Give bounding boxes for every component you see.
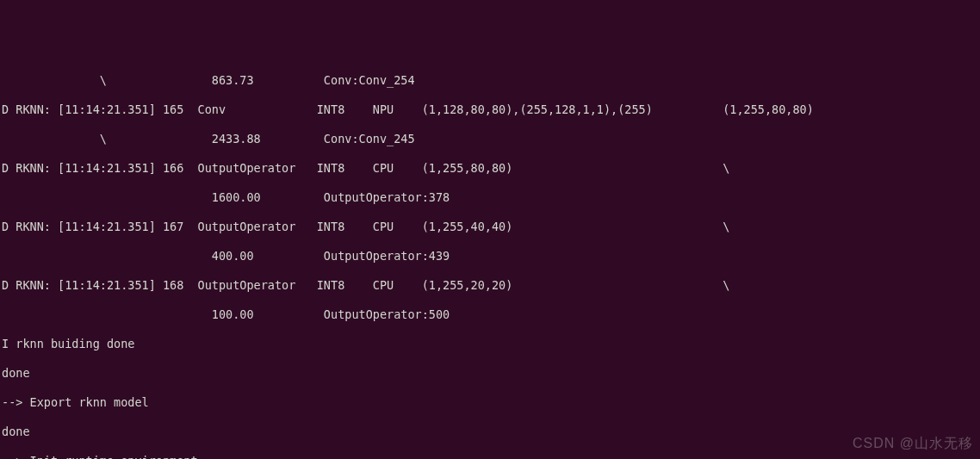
terminal-line: \ 863.73 Conv:Conv_254 [2,73,978,88]
terminal-line: --> Init runtime environment [2,454,978,459]
terminal-line: I rknn buiding done [2,337,978,351]
terminal-line: done [2,366,978,381]
terminal-line: done [2,425,978,439]
watermark-text: CSDN @山水无移 [853,436,973,450]
terminal-line: \ 2433.88 Conv:Conv_245 [2,132,978,146]
terminal-line: D RKNN: [11:14:21.351] 168 OutputOperato… [2,278,978,293]
terminal-line: D RKNN: [11:14:21.351] 165 Conv INT8 NPU… [2,102,978,117]
terminal-line: --> Export rknn model [2,395,978,410]
terminal-line: 400.00 OutputOperator:439 [2,249,978,264]
terminal-line: 1600.00 OutputOperator:378 [2,190,978,205]
terminal-line: D RKNN: [11:14:21.351] 166 OutputOperato… [2,161,978,176]
terminal-output: \ 863.73 Conv:Conv_254 D RKNN: [11:14:21… [0,59,980,459]
terminal-line: 100.00 OutputOperator:500 [2,307,978,322]
terminal-line: D RKNN: [11:14:21.351] 167 OutputOperato… [2,220,978,234]
